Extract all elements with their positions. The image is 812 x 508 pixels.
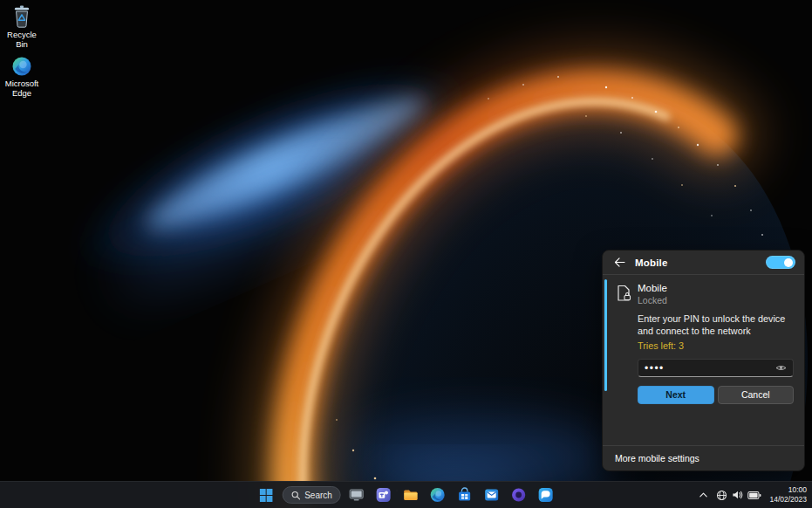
mobile-flyout-panel: Mobile Mobile Locked Enter your PIN to u…: [602, 250, 805, 471]
time-text: 10:00: [788, 485, 807, 495]
date-text: 14/02/2023: [769, 495, 807, 505]
search-icon: [290, 491, 300, 500]
battery-icon: [747, 491, 761, 500]
edge-icon[interactable]: [426, 484, 449, 506]
panel-title: Mobile: [635, 257, 668, 268]
reveal-password-button[interactable]: [775, 364, 787, 372]
hidden-icons-button[interactable]: [695, 490, 712, 500]
search-label: Search: [304, 491, 332, 500]
panel-header: Mobile: [603, 251, 804, 274]
start-button[interactable]: [255, 484, 277, 506]
chat-icon[interactable]: [535, 484, 557, 506]
recycle-bin-icon: [10, 4, 33, 29]
pin-input[interactable]: ••••: [638, 359, 794, 377]
sim-lock-icon: [615, 284, 632, 303]
device-texts: Mobile Locked: [638, 283, 667, 305]
desktop-icon-microsoft-edge[interactable]: Microsoft Edge: [0, 55, 44, 99]
desktop-icon-label: Recycle Bin: [0, 31, 44, 50]
pin-value: ••••: [645, 363, 665, 374]
device-title: Mobile: [638, 283, 667, 293]
edge-icon: [10, 55, 33, 78]
search-input[interactable]: Search: [282, 486, 341, 504]
task-view-icon[interactable]: [345, 484, 368, 506]
toggle-knob: [784, 258, 793, 267]
pin-instructions: Enter your PIN to unlock the device and …: [638, 312, 794, 338]
quick-settings-button[interactable]: [713, 488, 765, 503]
back-button[interactable]: [611, 255, 627, 271]
desktop-icon-label: Microsoft Edge: [0, 79, 44, 99]
pin-buttons: Next Cancel: [638, 386, 794, 404]
next-button[interactable]: Next: [638, 386, 714, 404]
windows-start-icon: [260, 489, 273, 502]
cancel-button[interactable]: Cancel: [718, 386, 795, 404]
phone-link-icon[interactable]: [508, 484, 530, 506]
mobile-toggle[interactable]: [766, 256, 795, 269]
volume-icon: [732, 490, 743, 500]
taskbar-clock[interactable]: 10:00 14/02/2023: [766, 484, 809, 506]
more-mobile-settings-link[interactable]: More mobile settings: [603, 445, 804, 470]
eye-icon: [775, 364, 787, 372]
selection-indicator: [604, 279, 607, 391]
chevron-up-icon: [699, 491, 708, 498]
device-status: Locked: [638, 295, 667, 305]
store-icon[interactable]: [454, 484, 476, 506]
teams-icon[interactable]: [372, 484, 395, 506]
outlook-icon[interactable]: [481, 484, 503, 506]
panel-body: Mobile Locked Enter your PIN to unlock t…: [603, 275, 804, 404]
taskbar-center-group: Search: [255, 482, 557, 508]
system-tray: 10:00 14/02/2023: [695, 482, 809, 508]
network-icon: [716, 490, 727, 501]
taskbar: Search: [0, 481, 812, 508]
tries-left-text: Tries left: 3: [638, 340, 794, 351]
desktop-icon-recycle-bin[interactable]: Recycle Bin: [0, 4, 44, 50]
back-arrow-icon: [614, 257, 625, 267]
mobile-device-item[interactable]: Mobile Locked: [615, 283, 794, 305]
file-explorer-icon[interactable]: [399, 484, 422, 506]
